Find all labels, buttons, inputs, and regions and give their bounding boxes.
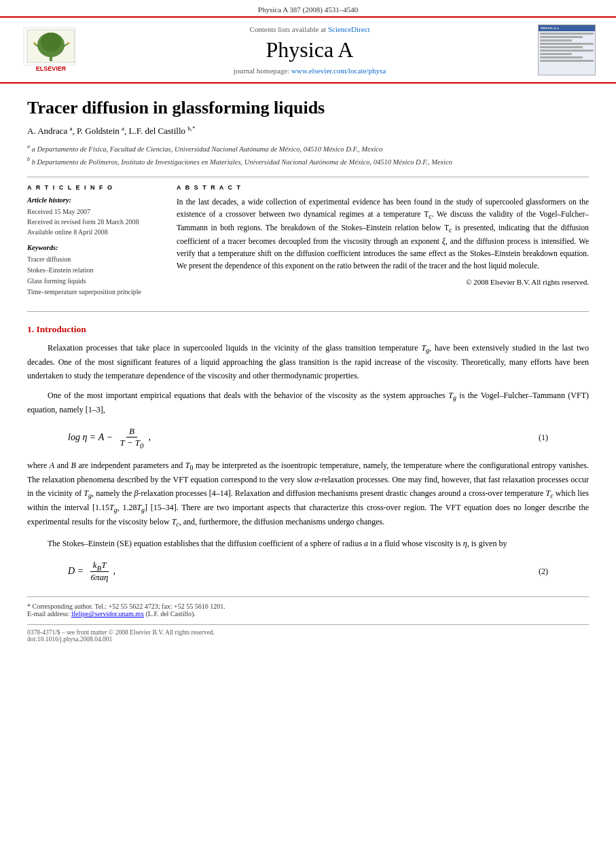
thumb-line [540, 50, 594, 52]
abstract-copyright: © 2008 Elsevier B.V. All rights reserved… [177, 278, 589, 286]
equation-1-number: (1) [539, 433, 548, 443]
equation-2-fraction: kBT 6πaη [88, 560, 111, 584]
equation-1-block: log η = A − B T − T0 , (1) [68, 426, 548, 450]
received-date: Received 15 May 2007 [27, 207, 163, 217]
elsevier-logo: ✦ ✦ ELSEVIER [20, 24, 81, 75]
journal-thumbnail: PHYSICA A [538, 24, 596, 75]
svg-text:✦: ✦ [67, 41, 71, 46]
svg-text:ELSEVIER: ELSEVIER [36, 65, 67, 72]
corresponding-author: * Corresponding author. Tel.: +52 55 562… [27, 603, 589, 610]
journal-header: Physica A 387 (2008) 4531–4540 [0, 0, 616, 18]
intro-para-4: The Stokes–Einstein (SE) equation establ… [27, 537, 589, 550]
svg-text:✦: ✦ [33, 41, 37, 46]
divider [27, 177, 589, 177]
banner-area: ✦ ✦ ELSEVIER Contents lists available at… [0, 18, 616, 84]
section-heading-intro: 1. Introduction [27, 324, 589, 335]
thumb-line [540, 39, 572, 41]
affiliation-b: b b Departamento de Polímeros, Instituto… [27, 156, 589, 167]
thumb-header: PHYSICA A [539, 25, 595, 31]
sciencedirect-link[interactable]: ScienceDirect [328, 25, 370, 33]
issn-line: 0378-4371/$ – see front matter © 2008 El… [27, 629, 589, 636]
equation-1-content: log η = A − B T − T0 , [68, 426, 151, 450]
introduction-section: 1. Introduction Relaxation processes tha… [27, 324, 589, 583]
page-container: Physica A 387 (2008) 4531–4540 ✦ ✦ [0, 0, 616, 841]
abstract-label: A B S T R A C T [177, 184, 589, 191]
journal-homepage: journal homepage: www.elsevier.com/locat… [81, 67, 538, 75]
intro-para-1: Relaxation processes that take place in … [27, 342, 589, 382]
article-meta-section: A R T I C L E I N F O Article history: R… [27, 184, 589, 304]
doi-line: doi:10.1016/j.physa.2008.04.001 [27, 636, 589, 643]
email-label: E-mail address: [27, 610, 71, 618]
article-history-group: Article history: Received 15 May 2007 Re… [27, 196, 163, 237]
article-info-label: A R T I C L E I N F O [27, 184, 163, 191]
thumb-line [540, 36, 583, 38]
main-content: Tracer diffusion in glassforming liquids… [0, 84, 616, 656]
eq1-numerator: B [126, 426, 137, 437]
equation-2-number: (2) [539, 567, 548, 577]
article-info-column: A R T I C L E I N F O Article history: R… [27, 184, 163, 304]
affiliation-a: a a Departamento de Física, Facultad de … [27, 143, 589, 154]
keyword-4: Time–temperature superposition principle [27, 287, 163, 298]
thumb-line [540, 60, 594, 62]
divider-2 [27, 311, 589, 312]
banner-left: ✦ ✦ ELSEVIER [20, 24, 81, 75]
article-title: Tracer diffusion in glassforming liquids [27, 97, 589, 118]
email-link[interactable]: lfelipe@servidor.unam.mx [71, 610, 144, 618]
journal-ref: Physica A 387 (2008) 4531–4540 [258, 5, 358, 14]
equation-1-fraction: B T − T0 [117, 426, 147, 450]
eq1-denominator: T − T0 [117, 437, 147, 450]
thumb-line [540, 43, 594, 45]
abstract-column: A B S T R A C T In the last decades, a w… [177, 184, 589, 304]
email-address: E-mail address: lfelipe@servidor.unam.mx… [27, 610, 589, 618]
journal-title-banner: Physica A [81, 37, 538, 62]
revised-date: Received in revised form 28 March 2008 [27, 217, 163, 227]
abstract-text: In the last decades, a wide collection o… [177, 196, 589, 272]
keyword-1: Tracer diffusion [27, 254, 163, 265]
svg-point-4 [41, 33, 61, 52]
thumb-line [540, 56, 583, 58]
equation-2-content: D = kBT 6πaη , [68, 560, 115, 584]
keywords-group: Keywords: Tracer diffusion Stokes–Einste… [27, 244, 163, 298]
thumb-line [540, 46, 583, 48]
homepage-link[interactable]: www.elsevier.com/locate/physa [291, 67, 386, 75]
eq2-denominator: 6πaη [88, 572, 111, 583]
authors: A. Andraca a, P. Goldstein a, L.F. del C… [27, 125, 589, 137]
thumb-body [539, 31, 595, 75]
thumb-line [540, 33, 594, 35]
eq2-numerator: kBT [90, 560, 109, 573]
equation-2-block: D = kBT 6πaη , (2) [68, 560, 548, 584]
intro-para-3: where A and B are independent parameters… [27, 459, 589, 531]
intro-para-2: One of the most important empirical equa… [27, 389, 589, 417]
keywords-list: Tracer diffusion Stokes–Einstein relatio… [27, 254, 163, 298]
sciencedirect-label: Contents lists available at ScienceDirec… [81, 25, 538, 33]
thumb-line [540, 53, 572, 55]
available-date: Available online 8 April 2008 [27, 227, 163, 237]
email-owner: (L.F. del Castillo). [145, 610, 195, 618]
keyword-2: Stokes–Einstein relation [27, 265, 163, 276]
keyword-3: Glass forming liquids [27, 276, 163, 287]
history-label: Article history: [27, 196, 163, 204]
banner-center: Contents lists available at ScienceDirec… [81, 25, 538, 75]
affiliations: a a Departamento de Física, Facultad de … [27, 143, 589, 168]
footnote-area: * Corresponding author. Tel.: +52 55 562… [27, 596, 589, 618]
keywords-label: Keywords: [27, 244, 163, 251]
footer-bottom: 0378-4371/$ – see front matter © 2008 El… [27, 624, 589, 643]
